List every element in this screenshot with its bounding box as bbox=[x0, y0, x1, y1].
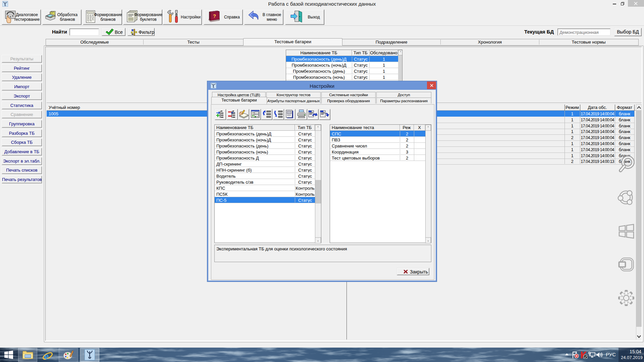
svg-text:e: e bbox=[44, 350, 49, 361]
svg-text:?: ? bbox=[213, 13, 216, 19]
